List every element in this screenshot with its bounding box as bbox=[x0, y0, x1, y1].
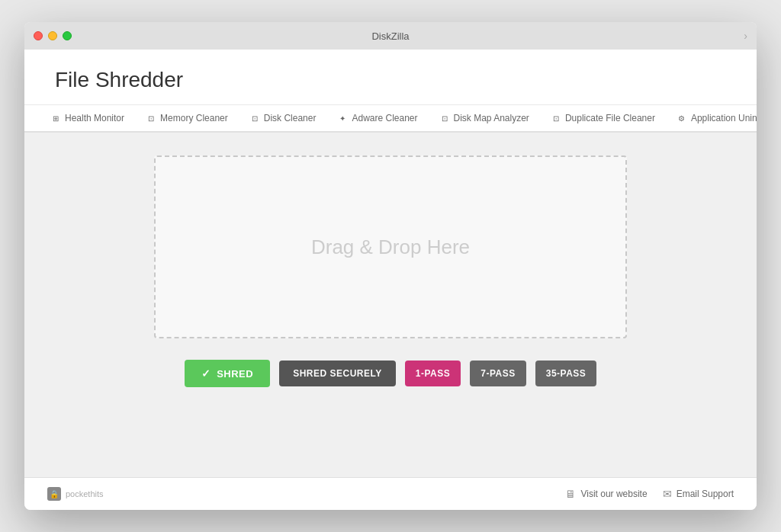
drop-zone[interactable]: Drag & Drop Here bbox=[154, 155, 627, 338]
actions-row: ✓ SHRED SHRED SECURELY 1-PASS 7-PASS 35-… bbox=[185, 360, 597, 387]
tab-health-monitor-label: Health Monitor bbox=[65, 113, 124, 123]
email-support-link[interactable]: ✉ Email Support bbox=[663, 488, 734, 500]
pass-35-button[interactable]: 35-PASS bbox=[535, 361, 597, 386]
app-window: DiskZilla › File Shredder ⊞ Health Monit… bbox=[24, 22, 757, 510]
adware-cleaner-icon: ✦ bbox=[337, 113, 348, 123]
disk-map-analyzer-icon: ⊡ bbox=[439, 113, 450, 123]
visit-website-link[interactable]: 🖥 Visit our website bbox=[565, 488, 647, 500]
email-support-label: Email Support bbox=[677, 489, 734, 499]
tab-health-monitor[interactable]: ⊞ Health Monitor bbox=[40, 105, 135, 133]
shred-button-label: SHRED bbox=[217, 368, 253, 380]
tab-application-uninstaller[interactable]: ⚙ Application Uninstaller bbox=[666, 105, 757, 133]
tab-adware-cleaner[interactable]: ✦ Adware Cleaner bbox=[326, 105, 428, 133]
window-title: DiskZilla bbox=[371, 30, 409, 42]
page-header: File Shredder bbox=[24, 50, 757, 104]
logo-text: pockethits bbox=[66, 489, 104, 498]
pass-1-label: 1-PASS bbox=[416, 368, 450, 379]
tab-disk-map-analyzer-label: Disk Map Analyzer bbox=[454, 113, 529, 123]
email-icon: ✉ bbox=[663, 488, 672, 500]
minimize-button[interactable] bbox=[48, 31, 57, 40]
pass-7-label: 7-PASS bbox=[480, 368, 515, 379]
duplicate-file-cleaner-icon: ⊡ bbox=[551, 113, 561, 123]
tab-disk-cleaner-label: Disk Cleaner bbox=[264, 113, 317, 123]
traffic-lights bbox=[34, 31, 72, 40]
tab-memory-cleaner-label: Memory Cleaner bbox=[160, 113, 228, 123]
shred-securely-button[interactable]: SHRED SECURELY bbox=[279, 361, 396, 386]
main-content: Drag & Drop Here ✓ SHRED SHRED SECURELY … bbox=[24, 133, 757, 477]
drop-zone-text: Drag & Drop Here bbox=[311, 236, 470, 259]
pass-1-button[interactable]: 1-PASS bbox=[405, 361, 461, 386]
close-button[interactable] bbox=[34, 31, 43, 40]
chevron-icon: › bbox=[744, 30, 747, 42]
footer: 🔒 pockethits 🖥 Visit our website ✉ Email… bbox=[24, 477, 757, 510]
tab-disk-map-analyzer[interactable]: ⊡ Disk Map Analyzer bbox=[429, 105, 540, 133]
shred-button[interactable]: ✓ SHRED bbox=[185, 360, 271, 387]
footer-logo: 🔒 pockethits bbox=[47, 487, 104, 501]
tab-memory-cleaner[interactable]: ⊡ Memory Cleaner bbox=[135, 105, 239, 133]
tabs-bar: ⊞ Health Monitor ⊡ Memory Cleaner ⊡ Disk… bbox=[24, 104, 757, 133]
disk-cleaner-icon: ⊡ bbox=[249, 113, 260, 123]
page-title: File Shredder bbox=[55, 68, 726, 92]
check-icon: ✓ bbox=[201, 367, 211, 380]
memory-cleaner-icon: ⊡ bbox=[146, 113, 156, 123]
maximize-button[interactable] bbox=[63, 31, 72, 40]
footer-right: 🖥 Visit our website ✉ Email Support bbox=[565, 488, 734, 500]
tab-disk-cleaner[interactable]: ⊡ Disk Cleaner bbox=[239, 105, 327, 133]
shred-securely-label: SHRED SECURELY bbox=[293, 368, 382, 379]
pass-7-button[interactable]: 7-PASS bbox=[470, 361, 525, 386]
titlebar: DiskZilla › bbox=[24, 22, 757, 50]
logo-icon: 🔒 bbox=[47, 487, 61, 501]
tab-adware-cleaner-label: Adware Cleaner bbox=[352, 113, 417, 123]
application-uninstaller-icon: ⚙ bbox=[677, 113, 687, 123]
health-monitor-icon: ⊞ bbox=[50, 113, 61, 123]
tab-application-uninstaller-label: Application Uninstaller bbox=[691, 113, 757, 123]
pass-35-label: 35-PASS bbox=[546, 368, 587, 379]
tab-duplicate-file-cleaner-label: Duplicate File Cleaner bbox=[565, 113, 655, 123]
tab-duplicate-file-cleaner[interactable]: ⊡ Duplicate File Cleaner bbox=[540, 105, 666, 133]
monitor-icon: 🖥 bbox=[565, 488, 576, 500]
visit-website-label: Visit our website bbox=[580, 489, 647, 499]
